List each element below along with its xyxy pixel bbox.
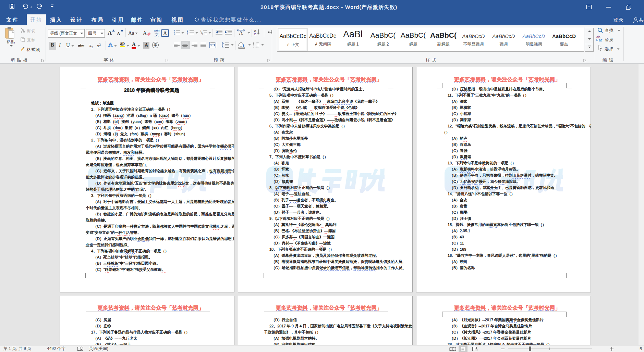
svg-text:3: 3 [187,33,188,35]
svg-text:Z: Z [254,33,256,36]
svg-text:A: A [254,29,256,33]
svg-text:i: i [202,33,203,35]
svg-text:A: A [239,30,243,36]
